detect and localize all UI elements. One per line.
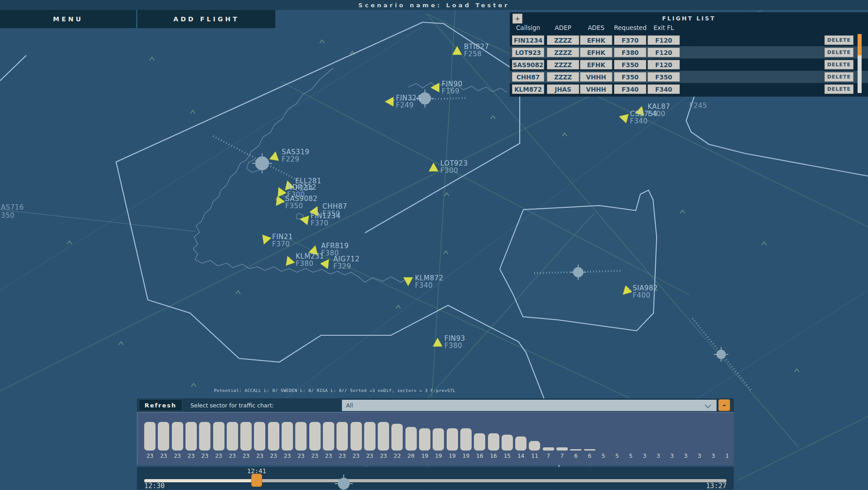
aircraft-triangle-icon xyxy=(273,196,284,208)
traffic-bar xyxy=(144,422,156,451)
sector-selected-value: All xyxy=(342,402,353,409)
flight-exit_fl-input[interactable] xyxy=(648,72,680,82)
traffic-bar-value: 23 xyxy=(199,452,210,459)
traffic-bar xyxy=(502,435,513,451)
flight-requested-input[interactable] xyxy=(614,72,646,82)
flight-exit_fl-input[interactable] xyxy=(648,48,680,57)
aircraft-callsign: CHH87 xyxy=(322,203,347,210)
aircraft-marker[interactable]: AIG712F329 xyxy=(321,257,332,269)
aircraft-callsign: SAS319 xyxy=(282,148,309,156)
time-slider-panel: 12:41 12:30 13:27 xyxy=(137,467,734,490)
aircraft-marker[interactable]: FIN93F380 xyxy=(432,336,444,348)
aircraft-marker[interactable]: SIA982F400 xyxy=(620,286,632,298)
aircraft-callsign: CSS754 xyxy=(630,110,658,118)
aircraft-marker[interactable]: CSS754F340 xyxy=(617,112,629,123)
flight-exit_fl-input[interactable] xyxy=(648,84,680,94)
aircraft-callsign: FIN93 xyxy=(444,335,465,342)
flight-requested-input[interactable] xyxy=(614,35,646,45)
aircraft-marker[interactable]: BTI827F258 xyxy=(451,44,463,56)
flight-ades-input[interactable] xyxy=(580,60,612,69)
aircraft-marker[interactable]: FIN324F249 xyxy=(383,96,395,108)
traffic-bar-value: 23 xyxy=(336,452,348,459)
scenario-title: Scenario name: Load Tester xyxy=(358,2,509,9)
flight-adep-input[interactable] xyxy=(547,84,579,94)
traffic-bar-value: 23 xyxy=(378,452,389,459)
aircraft-marker[interactable]: SAS319F229 xyxy=(269,150,281,162)
traffic-bar xyxy=(515,436,527,451)
aircraft-callsign: KAL87 xyxy=(648,103,670,110)
aircraft-marker[interactable]: FIN1234F370 xyxy=(298,214,310,225)
aircraft-callsign: LOT923 xyxy=(440,160,468,167)
aircraft-flight-level: F380 xyxy=(296,260,324,267)
traffic-bar xyxy=(570,449,581,451)
aircraft-marker[interactable]: NDR212F300 xyxy=(274,185,286,197)
time-slider-thumb[interactable] xyxy=(251,474,262,487)
flight-exit_fl-input[interactable] xyxy=(648,60,680,69)
traffic-bar-value: 3 xyxy=(653,452,664,459)
aircraft-callsign: AFR819 xyxy=(321,242,349,250)
traffic-bar-value: 23 xyxy=(240,452,252,459)
flight-callsign-input[interactable] xyxy=(512,35,544,45)
traffic-bar xyxy=(556,447,568,451)
flight-ades-input[interactable] xyxy=(580,35,612,45)
flight-requested-input[interactable] xyxy=(614,48,646,57)
flight-list-scrollbar-track[interactable] xyxy=(858,55,862,93)
flight-callsign-input[interactable] xyxy=(512,84,544,94)
aircraft-marker[interactable]: FIN21F370 xyxy=(259,235,271,246)
aircraft-label: FIN93F380 xyxy=(444,335,465,349)
aircraft-marker[interactable]: LOT923F300 xyxy=(428,161,439,173)
traffic-bar-value: 23 xyxy=(144,452,156,459)
aircraft-marker[interactable]: KLM231F380 xyxy=(283,254,295,266)
traffic-bar xyxy=(336,422,348,451)
aircraft-triangle-icon xyxy=(428,161,439,173)
aircraft-marker[interactable]: KLM872F340 xyxy=(402,276,414,288)
traffic-bar xyxy=(391,424,403,451)
traffic-bar-value: 3 xyxy=(707,452,719,459)
flight-ades-input[interactable] xyxy=(580,72,612,82)
flight-ades-input[interactable] xyxy=(580,84,612,94)
flight-adep-input[interactable] xyxy=(547,35,579,45)
traffic-bar-value: 23 xyxy=(254,452,265,459)
traffic-bar-value: 15 xyxy=(502,452,513,459)
aircraft-marker[interactable]: SAS9082F350 xyxy=(273,196,284,208)
delete-flight-button[interactable]: DELETE xyxy=(824,48,853,57)
delete-flight-button[interactable]: DELETE xyxy=(824,84,853,94)
aircraft-marker[interactable]: FIN90F169 xyxy=(429,82,441,93)
aircraft-label: FIN90F169 xyxy=(442,80,463,95)
aircraft-triangle-icon xyxy=(617,112,629,123)
traffic-bar xyxy=(378,422,389,451)
delete-flight-button[interactable]: DELETE xyxy=(824,72,853,82)
flight-callsign-input[interactable] xyxy=(512,72,544,82)
aircraft-callsign: SIA982 xyxy=(633,284,658,292)
delete-flight-button[interactable]: DELETE xyxy=(824,35,853,45)
aircraft-triangle-icon xyxy=(274,185,286,197)
refresh-button[interactable]: Refresh xyxy=(139,399,182,411)
flight-requested-input[interactable] xyxy=(614,84,646,94)
menu-button[interactable]: MENU xyxy=(0,10,137,28)
flight-exit_fl-input[interactable] xyxy=(648,35,680,45)
delete-flight-button[interactable]: DELETE xyxy=(824,60,853,69)
flight-adep-input[interactable] xyxy=(547,48,579,57)
flight-list-scrollbar-thumb[interactable] xyxy=(858,34,862,55)
aircraft-label: FIN1234F370 xyxy=(311,212,341,227)
traffic-bar xyxy=(282,422,293,451)
traffic-bar-value: 23 xyxy=(158,452,169,459)
aircraft-flight-level: F340 xyxy=(415,282,444,289)
traffic-bar-value: 19 xyxy=(433,452,444,459)
flight-callsign-input[interactable] xyxy=(512,48,544,57)
map-text-label: F245 xyxy=(689,102,707,110)
collapse-panel-button[interactable]: - xyxy=(718,399,730,411)
flight-callsign-input[interactable] xyxy=(512,60,544,69)
traffic-bar-value: 3 xyxy=(666,452,678,459)
sector-select-dropdown[interactable]: All xyxy=(342,400,717,411)
traffic-bar xyxy=(158,422,169,451)
aircraft-flight-level: F370 xyxy=(311,220,341,227)
flight-adep-input[interactable] xyxy=(547,60,579,69)
aircraft-triangle-icon xyxy=(451,44,463,56)
flight-requested-input[interactable] xyxy=(614,60,646,69)
flight-ades-input[interactable] xyxy=(580,48,612,57)
traffic-bar-value: 19 xyxy=(419,452,430,459)
add-flight-button[interactable]: ADD FLIGHT xyxy=(137,10,275,28)
aircraft-flight-level: F380 xyxy=(444,342,465,349)
flight-adep-input[interactable] xyxy=(547,72,579,82)
